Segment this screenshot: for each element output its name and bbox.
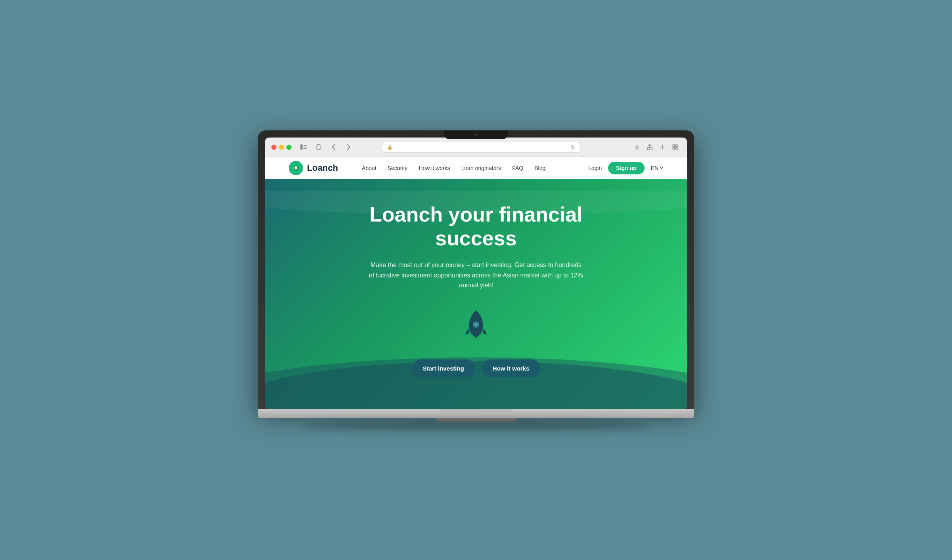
download-button[interactable]: [631, 141, 643, 153]
lock-icon: 🔒: [387, 145, 393, 150]
login-button[interactable]: Login: [588, 165, 602, 171]
svg-rect-0: [300, 144, 303, 150]
laptop-base: [258, 409, 694, 418]
laptop-stand: [436, 418, 516, 422]
webcam-dot: [475, 134, 478, 136]
traffic-lights: [271, 145, 292, 150]
svg-rect-6: [676, 145, 678, 147]
browser-toolbar: 🔒 loanch.com ↻: [265, 138, 687, 157]
laptop-shadow: [301, 422, 651, 430]
url-input[interactable]: loanch.com: [395, 144, 568, 150]
svg-point-11: [296, 167, 297, 168]
close-window-button[interactable]: [271, 145, 276, 150]
nav-security[interactable]: Security: [388, 165, 408, 171]
hero-cta: Start investing How it works: [412, 359, 541, 377]
laptop-container: 🔒 loanch.com ↻: [258, 130, 694, 429]
add-tab-button[interactable]: [657, 141, 668, 153]
sidebar-toggle-button[interactable]: [298, 141, 309, 153]
signup-button[interactable]: Sign up: [608, 162, 644, 174]
share-button[interactable]: [644, 141, 655, 153]
logo-icon: [289, 161, 303, 175]
hero-title: Loanch your financial success: [337, 203, 615, 250]
browser-chrome: 🔒 loanch.com ↻: [265, 138, 687, 157]
svg-point-13: [474, 323, 478, 326]
site-navigation: Loanch About Security How it works Loan …: [265, 157, 687, 179]
maximize-window-button[interactable]: [286, 145, 292, 150]
screen-bezel: 🔒 loanch.com ↻: [265, 138, 687, 409]
minimize-window-button[interactable]: [279, 145, 284, 150]
shield-icon: [313, 141, 324, 153]
nav-about[interactable]: About: [362, 165, 376, 171]
svg-rect-1: [303, 145, 307, 146]
how-it-works-button[interactable]: How it works: [482, 359, 541, 377]
svg-rect-5: [673, 145, 675, 147]
logo-link[interactable]: Loanch: [289, 161, 338, 175]
svg-rect-2: [303, 147, 307, 147]
chevron-down-icon: [660, 167, 663, 169]
back-button[interactable]: [328, 141, 339, 153]
webcam-notch: [444, 130, 508, 139]
rocket-svg: [460, 306, 492, 342]
svg-rect-7: [673, 147, 675, 149]
nav-how-it-works[interactable]: How it works: [418, 165, 450, 171]
hero-section: Loanch your financial success Make the m…: [265, 179, 687, 409]
language-selector[interactable]: EN: [651, 165, 663, 171]
address-bar[interactable]: 🔒 loanch.com ↻: [382, 142, 580, 153]
laptop-body: 🔒 loanch.com ↻: [258, 130, 694, 409]
refresh-button[interactable]: ↻: [571, 144, 575, 150]
logo-text: Loanch: [307, 163, 338, 173]
forward-button[interactable]: [343, 141, 354, 153]
nav-faq[interactable]: FAQ: [512, 165, 523, 171]
nav-links: About Security How it works Loan origina…: [362, 164, 545, 172]
svg-rect-8: [676, 147, 678, 149]
hero-subtitle: Make the most out of your money – start …: [369, 260, 583, 291]
start-investing-button[interactable]: Start investing: [412, 359, 475, 377]
svg-rect-3: [303, 148, 307, 149]
svg-point-15: [474, 339, 478, 341]
tabs-overview-button[interactable]: [670, 141, 681, 153]
nav-right: Login Sign up EN: [588, 162, 663, 174]
website-content: Loanch About Security How it works Loan …: [265, 157, 687, 409]
nav-blog[interactable]: Blog: [534, 165, 545, 171]
nav-loan-originators[interactable]: Loan originators: [461, 165, 501, 171]
rocket-icon: [460, 306, 492, 344]
browser-actions: [631, 141, 681, 153]
hero-content: Loanch your financial success Make the m…: [337, 203, 615, 302]
